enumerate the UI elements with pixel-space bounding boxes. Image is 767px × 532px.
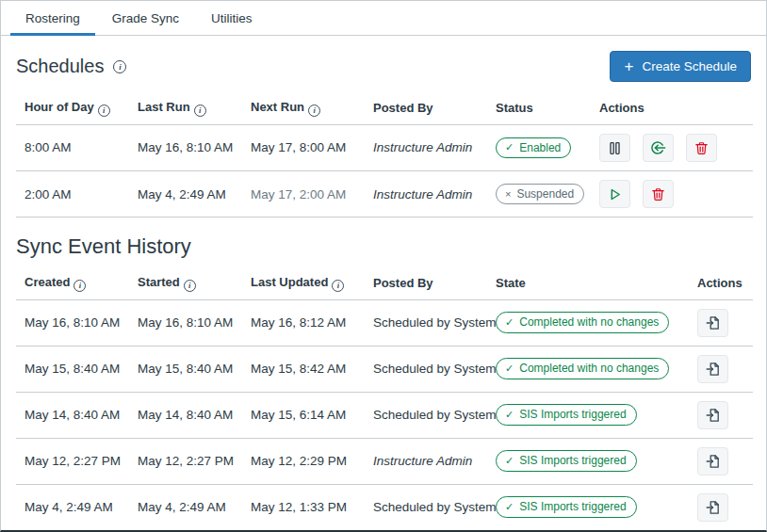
started-cell: May 16, 8:10 AM xyxy=(129,299,242,346)
actions-cell xyxy=(689,438,753,484)
col-created: Createdi xyxy=(16,266,129,299)
sync-event-history-table: Createdi Startedi Last Updatedi Posted B… xyxy=(16,266,753,531)
tab-bar: Rostering Grade Sync Utilities xyxy=(1,1,766,36)
schedules-title: Schedules i xyxy=(16,56,126,77)
delete-schedule-button[interactable] xyxy=(686,134,717,162)
schedules-table: Hour of Dayi Last Runi Next Runi Posted … xyxy=(16,91,753,218)
info-icon[interactable]: i xyxy=(184,280,196,292)
col-actions: Actions xyxy=(689,266,753,299)
col-posted-by: Posted By xyxy=(365,266,487,299)
started-cell: May 12, 2:27 PM xyxy=(129,438,242,484)
schedule-row: 2:00 AM May 4, 2:49 AM May 17, 2:00 AM I… xyxy=(16,171,753,218)
state-badge: ✓ Completed with no changes xyxy=(496,312,669,332)
col-started: Startedi xyxy=(129,266,242,299)
check-icon: ✓ xyxy=(505,456,514,466)
status-badge: ✓ Enabled xyxy=(496,137,571,158)
view-import-button[interactable] xyxy=(697,493,728,522)
check-icon: ✓ xyxy=(505,142,514,153)
info-icon[interactable]: i xyxy=(332,280,344,292)
schedule-row: 8:00 AM May 16, 8:10 AM May 17, 8:00 AM … xyxy=(16,124,753,171)
schedules-header-row: Hour of Dayi Last Runi Next Runi Posted … xyxy=(16,91,753,124)
info-icon[interactable]: i xyxy=(113,60,126,73)
resume-schedule-button[interactable] xyxy=(599,180,630,208)
posted-by-cell: Instructure Admin xyxy=(365,124,487,171)
delete-schedule-button[interactable] xyxy=(643,180,674,208)
updated-cell: May 12, 1:33 PM xyxy=(242,484,365,530)
view-import-button[interactable] xyxy=(697,447,728,476)
last-run-cell: May 4, 2:49 AM xyxy=(129,171,242,218)
actions-cell xyxy=(591,124,753,171)
go-to-import-icon xyxy=(705,314,722,331)
rostering-page: Rostering Grade Sync Utilities Schedules… xyxy=(0,0,767,532)
schedules-title-text: Schedules xyxy=(16,56,104,77)
trash-icon xyxy=(650,186,666,202)
go-to-import-icon xyxy=(705,361,722,378)
pause-icon xyxy=(607,140,623,156)
started-cell: May 15, 8:40 AM xyxy=(129,346,242,392)
created-cell: May 12, 2:27 PM xyxy=(16,438,129,484)
check-icon: ✓ xyxy=(505,410,514,420)
state-badge: ✓ SIS Imports triggered xyxy=(496,450,637,471)
plus-icon: + xyxy=(624,58,633,74)
posted-by-cell: Scheduled by System xyxy=(365,392,487,438)
state-badge: ✓ Completed with no changes xyxy=(496,358,669,379)
status-cell: ✓ Enabled xyxy=(487,124,591,171)
col-hour-of-day: Hour of Dayi xyxy=(16,91,129,124)
history-row: May 16, 8:10 AM May 16, 8:10 AM May 16, … xyxy=(16,299,753,346)
col-state: State xyxy=(487,266,689,299)
history-header-row: Createdi Startedi Last Updatedi Posted B… xyxy=(16,266,753,299)
info-icon[interactable]: i xyxy=(98,105,110,117)
col-actions: Actions xyxy=(591,91,753,124)
updated-cell: May 15, 8:42 AM xyxy=(242,346,365,392)
run-now-button[interactable] xyxy=(643,134,674,162)
actions-cell xyxy=(689,299,753,346)
view-import-button[interactable] xyxy=(697,309,728,337)
status-cell: × Suspended xyxy=(487,171,591,218)
col-status: Status xyxy=(487,91,591,124)
history-row: May 15, 8:40 AM May 15, 8:40 AM May 15, … xyxy=(16,346,753,392)
sync-event-history-title: Sync Event History xyxy=(16,234,751,259)
history-row: May 14, 8:40 AM May 14, 8:40 AM May 15, … xyxy=(16,392,753,438)
tab-grade-sync[interactable]: Grade Sync xyxy=(96,1,195,35)
tab-utilities[interactable]: Utilities xyxy=(195,1,269,35)
started-cell: May 14, 8:40 AM xyxy=(129,392,242,438)
play-icon xyxy=(607,186,623,202)
state-badge: ✓ SIS Imports triggered xyxy=(496,404,637,425)
actions-cell xyxy=(591,171,753,218)
check-icon: ✓ xyxy=(505,502,514,512)
hour-cell: 2:00 AM xyxy=(16,171,129,218)
created-cell: May 16, 8:10 AM xyxy=(16,299,129,346)
hour-cell: 8:00 AM xyxy=(16,124,129,171)
col-last-run: Last Runi xyxy=(129,91,242,124)
updated-cell: May 12, 2:29 PM xyxy=(242,438,365,484)
tab-rostering[interactable]: Rostering xyxy=(9,1,96,35)
view-import-button[interactable] xyxy=(697,355,728,383)
create-schedule-button[interactable]: + Create Schedule xyxy=(610,51,751,82)
view-import-button[interactable] xyxy=(697,401,728,429)
info-icon[interactable]: i xyxy=(308,105,320,117)
created-cell: May 15, 8:40 AM xyxy=(16,346,129,392)
created-cell: May 14, 8:40 AM xyxy=(16,392,129,438)
posted-by-cell: Scheduled by System xyxy=(365,299,487,346)
state-cell: ✓ SIS Imports triggered xyxy=(487,484,689,530)
actions-cell xyxy=(689,392,753,438)
create-schedule-label: Create Schedule xyxy=(642,59,737,73)
col-next-run: Next Runi xyxy=(242,91,365,124)
run-sync-icon xyxy=(649,139,666,156)
state-cell: ✓ Completed with no changes xyxy=(487,346,689,392)
info-icon[interactable]: i xyxy=(73,280,86,292)
last-run-cell: May 16, 8:10 AM xyxy=(129,124,242,171)
posted-by-cell: Scheduled by System xyxy=(365,346,487,392)
next-run-cell: May 17, 2:00 AM xyxy=(242,171,365,218)
go-to-import-icon xyxy=(705,499,722,516)
next-run-cell: May 17, 8:00 AM xyxy=(242,124,365,171)
status-badge: × Suspended xyxy=(496,184,584,204)
schedules-section-head: Schedules i + Create Schedule xyxy=(1,36,766,91)
pause-schedule-button[interactable] xyxy=(599,134,630,162)
go-to-import-icon xyxy=(705,407,722,424)
actions-cell xyxy=(689,484,753,530)
trash-icon xyxy=(694,140,710,156)
posted-by-cell: Scheduled by System xyxy=(365,484,487,530)
state-cell: ✓ Completed with no changes xyxy=(487,299,689,346)
info-icon[interactable]: i xyxy=(194,105,206,117)
